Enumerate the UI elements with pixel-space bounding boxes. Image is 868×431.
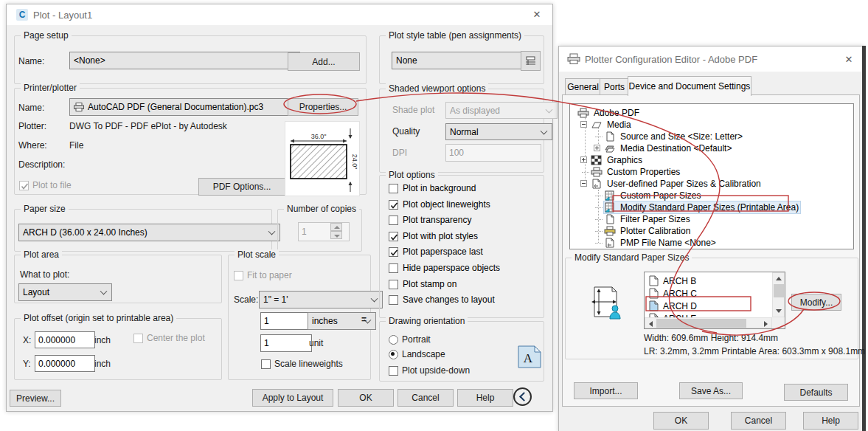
close-icon[interactable]: ✕ xyxy=(524,4,549,24)
quality-combo[interactable]: Normal xyxy=(445,123,552,140)
scroll-right-icon[interactable] xyxy=(764,321,768,327)
spin-up-button[interactable] xyxy=(330,223,342,231)
vertical-scroll-thumb[interactable] xyxy=(774,284,784,297)
tree-item[interactable]: Adobe PDF xyxy=(577,107,641,119)
scroll-left-icon[interactable] xyxy=(649,321,653,327)
tree-item-label: User-defined Paper Sizes & Calibration xyxy=(605,179,763,189)
paper-size-item[interactable]: ARCH C xyxy=(649,287,697,300)
tree-item[interactable]: Media Destination <Default> xyxy=(604,142,733,154)
shade-plot-combo[interactable]: As displayed xyxy=(445,102,558,119)
plot-option-row: Hide paperspace objects xyxy=(389,262,500,274)
help-button[interactable]: Help xyxy=(803,412,858,430)
close-icon[interactable]: ✕ xyxy=(836,49,861,69)
description-label: Description: xyxy=(18,159,65,170)
tree-item[interactable]: PMP File Name <None> xyxy=(604,237,718,249)
defaults-button[interactable]: Defaults xyxy=(784,384,848,401)
horizontal-scroll-thumb[interactable] xyxy=(656,319,746,328)
offset-y-unit: inch xyxy=(94,359,111,369)
chevron-down-icon xyxy=(541,127,548,134)
tab-general[interactable]: General xyxy=(565,78,601,96)
help-button[interactable]: Help xyxy=(457,389,513,407)
tree-item-label: Media Destination <Default> xyxy=(619,143,733,154)
paper-size-item[interactable]: ARCH D xyxy=(649,300,697,312)
landscape-radio[interactable] xyxy=(389,350,398,359)
collapse-icon[interactable] xyxy=(580,121,587,128)
cancel-button[interactable]: Cancel xyxy=(397,389,454,407)
tree-item[interactable]: Modify Standard Paper Sizes (Printable A… xyxy=(604,201,800,213)
spin-down-button[interactable] xyxy=(330,231,342,239)
fit-to-paper-checkbox[interactable] xyxy=(234,271,243,280)
horizontal-scrollbar[interactable] xyxy=(645,317,772,328)
tree-item-label: Custom Paper Sizes xyxy=(619,190,702,201)
printcal-icon xyxy=(604,226,616,236)
tree-item[interactable]: User-defined Paper Sizes & Calibration xyxy=(591,178,763,190)
preview-button[interactable]: Preview... xyxy=(10,390,61,407)
tree-item[interactable]: Source and Size <Size: Letter> xyxy=(604,131,744,142)
printer-name-combo[interactable]: AutoCAD PDF (General Documentation).pc3 xyxy=(69,98,300,116)
plot-style-combo[interactable]: None xyxy=(392,52,535,69)
pen-table-icon xyxy=(525,56,536,66)
upside-down-checkbox[interactable] xyxy=(389,366,398,376)
svg-text:A: A xyxy=(524,351,533,365)
tree-item[interactable]: Media xyxy=(591,119,633,131)
add-button[interactable]: Add... xyxy=(288,52,360,71)
tree-item[interactable]: Custom Paper Sizes xyxy=(604,190,702,201)
plot-option-checkbox[interactable] xyxy=(389,200,398,210)
scroll-down-icon[interactable] xyxy=(776,309,782,313)
chevron-down-icon xyxy=(371,295,378,303)
tab-device-settings[interactable]: Device and Document Settings xyxy=(628,76,751,96)
offset-y-input[interactable]: 0.000000 xyxy=(35,355,95,372)
center-plot-checkbox[interactable] xyxy=(133,334,143,343)
printer-group-label: Printer/plotter xyxy=(21,83,80,93)
ok-button[interactable]: OK xyxy=(338,389,394,407)
dpi-label: DPI xyxy=(392,148,407,158)
upside-down-label: Plot upside-down xyxy=(402,365,470,376)
modify-button[interactable]: Modify... xyxy=(791,294,841,311)
plot-option-label: Plot transparency xyxy=(403,215,471,225)
import-button[interactable]: Import... xyxy=(574,382,638,399)
paper-size-combo[interactable]: ARCH D (36.00 x 24.00 Inches) xyxy=(18,224,280,241)
paper-size-item-label: ARCH C xyxy=(663,289,697,299)
plot-option-checkbox[interactable] xyxy=(389,263,398,273)
dpi-input[interactable]: 100 xyxy=(445,144,541,162)
save-as-button[interactable]: Save As... xyxy=(679,382,743,399)
tree-item[interactable]: Custom Properties xyxy=(591,166,681,178)
tree-item[interactable]: Filter Paper Sizes xyxy=(604,213,692,225)
plot-to-file-checkbox[interactable] xyxy=(19,181,29,190)
scale-length-input[interactable]: 1 xyxy=(260,312,312,330)
less-options-button[interactable] xyxy=(513,387,532,406)
edit-plot-style-button[interactable] xyxy=(521,51,541,71)
plot-dialog-titlebar[interactable]: C Plot - Layout1 ✕ xyxy=(7,4,552,25)
scale-combo[interactable]: 1" = 1' xyxy=(259,291,383,308)
ok-button[interactable]: OK xyxy=(653,412,709,430)
page-setup-name-combo[interactable]: <None> xyxy=(69,52,300,69)
offset-x-input[interactable]: 0.000000 xyxy=(35,331,95,348)
expand-icon[interactable] xyxy=(594,145,600,151)
properties-button[interactable]: Properties... xyxy=(288,98,358,116)
tree-item[interactable]: Graphics xyxy=(591,154,644,166)
plot-dialog-title: Plot - Layout1 xyxy=(33,10,92,21)
what-to-plot-combo[interactable]: Layout xyxy=(18,283,112,301)
plot-option-checkbox[interactable] xyxy=(389,247,398,257)
cancel-button[interactable]: Cancel xyxy=(731,412,786,430)
vertical-scrollbar[interactable] xyxy=(772,272,785,317)
plot-option-checkbox[interactable] xyxy=(389,216,398,225)
expand-icon[interactable] xyxy=(580,156,587,163)
plot-option-checkbox[interactable] xyxy=(389,232,398,241)
scroll-up-icon[interactable] xyxy=(776,277,782,280)
what-to-plot-value: Layout xyxy=(23,287,49,297)
plot-option-checkbox[interactable] xyxy=(389,280,398,289)
tab-ports[interactable]: Ports xyxy=(600,78,629,96)
pdf-options-button[interactable]: PDF Options... xyxy=(198,178,285,196)
collapse-icon[interactable] xyxy=(580,180,587,187)
apply-to-layout-button[interactable]: Apply to Layout xyxy=(252,389,333,407)
settings-tree: Adobe PDFMediaSource and Size <Size: Let… xyxy=(569,103,854,249)
paper-size-item[interactable]: ARCH B xyxy=(649,275,696,287)
tree-item[interactable]: Plotter Calibration xyxy=(604,225,692,237)
scale-lineweights-checkbox[interactable] xyxy=(261,359,271,369)
scale-units-input[interactable]: 1 xyxy=(260,334,312,352)
plot-option-checkbox[interactable] xyxy=(389,184,398,193)
plot-option-checkbox[interactable] xyxy=(389,295,398,305)
portrait-radio[interactable] xyxy=(389,335,398,345)
plotter-config-titlebar[interactable]: Plotter Configuration Editor - Adobe PDF… xyxy=(559,46,863,72)
